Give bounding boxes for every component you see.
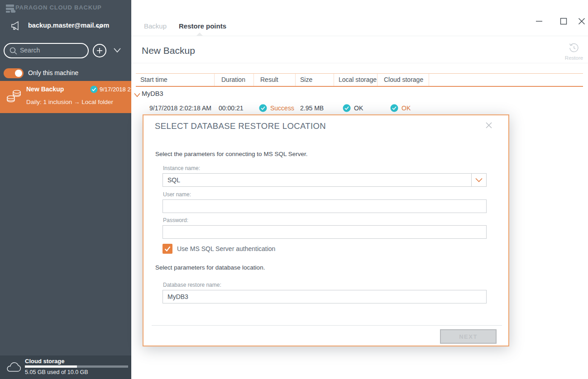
cell-start-time: 9/17/2018 2:02:18 AM <box>140 104 211 112</box>
active-tab-notch <box>196 33 203 36</box>
cloud-storage-progress-fill <box>25 365 77 368</box>
page-title: New Backup <box>142 45 195 56</box>
cloud-storage-usage: 5.05 GB used of 10.0 GB <box>25 369 88 375</box>
backup-item-subtitle: Daily: 1 inclusion → Local folder <box>26 99 113 105</box>
next-button[interactable]: NEXT <box>440 329 497 344</box>
app-title: PARAGON CLOUD BACKUP <box>15 4 102 11</box>
col-duration[interactable]: Duration <box>221 76 245 83</box>
col-result[interactable]: Result <box>260 76 278 83</box>
search-icon <box>9 47 18 57</box>
column-divider <box>253 74 254 86</box>
table-header-bottom-border <box>136 86 583 87</box>
table-header-top-border <box>136 73 583 74</box>
instance-name-value: SQL <box>167 176 180 184</box>
instance-name-label: Instance name: <box>163 165 200 171</box>
location-intro-text: Select parameters for database location. <box>155 264 265 271</box>
maximize-button[interactable] <box>559 16 569 26</box>
database-restore-name-label: Database restore name: <box>163 282 221 288</box>
connection-intro-text: Select the parameters for connecting to … <box>155 151 307 157</box>
only-this-machine-toggle[interactable] <box>4 68 24 78</box>
cell-duration: 00:00:21 <box>219 104 244 112</box>
backup-list-item-selected[interactable]: New Backup 9/17/2018 2:02 AM Daily: 1 in… <box>0 81 131 113</box>
group-name: MyDB3 <box>142 90 163 97</box>
cell-cloud-storage: OK <box>402 104 411 112</box>
local-storage-check-icon <box>343 104 351 112</box>
restore-history-icon <box>569 43 579 55</box>
password-label: Password: <box>163 217 188 223</box>
sql-auth-checkbox[interactable] <box>163 244 172 254</box>
sql-auth-checkbox-label[interactable]: Use MS SQL Server authentication <box>177 245 275 252</box>
dialog-close-icon[interactable] <box>484 121 495 132</box>
restore-button[interactable]: Restore <box>564 42 584 62</box>
cloud-storage-progressbar <box>25 365 128 368</box>
minimize-button[interactable] <box>534 16 544 26</box>
password-field[interactable] <box>163 225 487 239</box>
add-backup-button[interactable] <box>93 44 106 57</box>
header-divider <box>131 63 588 63</box>
column-divider <box>377 74 378 86</box>
account-email[interactable]: backup.master@mail.com <box>28 22 96 29</box>
col-size[interactable]: Size <box>300 76 312 83</box>
search-input[interactable] <box>4 43 89 58</box>
dialog-title: SELECT DATABASE RESTORE LOCATION <box>155 121 326 131</box>
group-collapse-chevron-icon[interactable] <box>134 91 141 99</box>
result-check-icon <box>259 104 267 112</box>
database-restore-name-field[interactable] <box>163 290 487 303</box>
database-icon <box>5 88 24 108</box>
backup-item-name: New Backup <box>26 85 64 93</box>
tab-divider <box>131 36 588 36</box>
col-cloud-storage[interactable]: Cloud storage <box>384 76 423 83</box>
column-divider <box>429 74 429 86</box>
only-this-machine-label: Only this machine <box>28 69 78 76</box>
close-window-button[interactable] <box>577 16 587 26</box>
tab-restore-points[interactable]: Restore points <box>179 22 226 30</box>
select-database-restore-location-dialog: SELECT DATABASE RESTORE LOCATION Select … <box>143 114 509 346</box>
toggle-knob <box>15 70 22 77</box>
cell-size: 2.95 MB <box>300 104 324 112</box>
col-start-time[interactable]: Start time <box>140 76 167 83</box>
tab-backup[interactable]: Backup <box>144 22 167 30</box>
search-placeholder: Search <box>20 47 40 54</box>
cloud-icon <box>5 360 22 375</box>
col-local-storage[interactable]: Local storage <box>339 76 377 83</box>
dialog-footer-divider <box>152 325 502 326</box>
cloud-storage-panel: Cloud storage 5.05 GB used of 10.0 GB <box>0 355 131 379</box>
cell-local-storage: OK <box>354 104 363 112</box>
instance-name-select[interactable]: SQL <box>163 173 487 187</box>
restore-button-label: Restore <box>564 55 584 61</box>
column-divider <box>334 74 334 86</box>
username-label: User name: <box>163 191 191 198</box>
sidebar-expand-chevron-icon[interactable] <box>113 47 122 55</box>
cloud-storage-check-icon <box>390 104 398 112</box>
column-divider <box>295 74 296 86</box>
column-divider <box>214 74 215 86</box>
cloud-storage-title: Cloud storage <box>25 358 64 365</box>
announcement-icon[interactable] <box>10 20 22 33</box>
app-logo-icon <box>5 3 16 16</box>
backup-item-check-icon <box>90 85 98 95</box>
account-chevron-down-icon[interactable] <box>96 23 103 31</box>
username-field[interactable] <box>163 199 487 213</box>
cell-result: Success <box>270 104 294 112</box>
instance-select-dropdown-button[interactable] <box>471 174 486 186</box>
sidebar: PARAGON CLOUD BACKUP backup.master@mail.… <box>0 0 131 379</box>
